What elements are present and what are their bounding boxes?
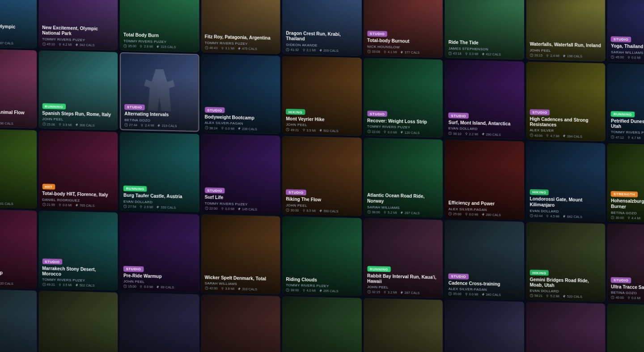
- svg-point-53: [59, 123, 60, 125]
- workout-card[interactable]: STUDIO Recover: Weight Loss Strip TOMMY …: [364, 58, 443, 138]
- workout-card[interactable]: STUDIO Ultra Tracce Salto BETINA GOZO 40…: [607, 224, 644, 304]
- workout-card[interactable]: RUNNING Burg Taufer Castle, Austria EVAN…: [120, 132, 199, 212]
- svg-point-113: [303, 209, 304, 211]
- svg-point-108: [222, 208, 223, 209]
- fire-icon: [563, 134, 566, 138]
- workout-card[interactable]: Workout 44 INSTRUCTOR 30:00 2.0 MI 250 C…: [526, 302, 606, 352]
- workout-instructor: JOHN PEEL: [286, 123, 358, 128]
- workout-card[interactable]: STUDIO Marrakech Stony Desert, Morocco T…: [38, 211, 118, 291]
- clock-icon: [123, 204, 127, 208]
- distance-icon: [302, 48, 305, 51]
- card-content: STUDIO Full-body Drop DANIEL RODRIGUEZ 4…: [0, 176, 37, 209]
- fire-icon: [75, 284, 79, 287]
- svg-line-42: [613, 57, 613, 57]
- distance-icon: [627, 55, 631, 59]
- workout-card[interactable]: STUDIO Alternating Intervals BETINA GOZO…: [120, 52, 199, 132]
- card-overlay: [120, 293, 199, 352]
- workout-card[interactable]: STRENGTH Hohensalzburg Fortress Leg Burn…: [607, 144, 644, 224]
- workout-card[interactable]: RUNNING Spanish Steps Run, Rome, Italy J…: [38, 50, 118, 130]
- workout-stats: 49:21 3.9 MI 502 CALS: [286, 128, 358, 133]
- workout-card[interactable]: HIIT Ultimate Bootcamp WHIT FULLER KING …: [0, 209, 37, 289]
- workout-time: 41:32: [286, 48, 299, 52]
- workout-card[interactable]: RUNNING Rabbit Bay Interval Run, Kaua'i,…: [364, 218, 443, 298]
- workout-badge: HIIT: [42, 184, 55, 190]
- workout-card[interactable]: Waterfalls, Waterfall Run, Ireland JOHN …: [526, 0, 606, 61]
- workout-title: Wicker Spelt Denmark, Total: [205, 275, 277, 282]
- workout-card[interactable]: Workout 42 INSTRUCTOR 30:00 2.0 MI 250 C…: [364, 298, 443, 352]
- workout-card[interactable]: Workout 43 INSTRUCTOR 30:00 2.0 MI 250 C…: [445, 300, 524, 352]
- workout-card[interactable]: Workout 41 INSTRUCTOR 30:00 2.0 MI 250 C…: [282, 297, 361, 352]
- workout-card[interactable]: Wicker Spelt Denmark, Total SARAH WILLIA…: [201, 214, 280, 294]
- workout-card[interactable]: STUDIO Yoga, Thailand SARAH WILLIAMS 45:…: [607, 0, 644, 63]
- card-content: Wicker Spelt Denmark, Total SARAH WILLIA…: [201, 271, 280, 294]
- workout-card[interactable]: Workout 39 INSTRUCTOR 30:00 2.0 MI 250 C…: [120, 293, 199, 352]
- workout-instructor: TOMMY RIVERS PUZEY: [205, 201, 277, 207]
- svg-point-8: [59, 43, 60, 45]
- workout-card[interactable]: Fitz Roy, Patagonia, Argentina TOMMY RIV…: [201, 0, 280, 54]
- workout-instructor: SARAH WILLIAMS: [205, 281, 277, 287]
- workout-distance: 2.1 MI: [302, 48, 316, 52]
- workout-card[interactable]: Riding Clouds TOMMY RIVERS PUZEY 38:00 4…: [282, 216, 361, 296]
- workout-card[interactable]: HIKING Gemini Bridges Road Ride, Moab, U…: [526, 222, 606, 302]
- workout-card[interactable]: HIIT Total-body HIIT, Florence, Italy DA…: [38, 131, 118, 211]
- workout-card[interactable]: STUDIO Total-body Burnout NICK HOUNSLOW …: [364, 0, 443, 57]
- workout-card[interactable]: Atlantic Ocean Road Ride, Norway SARAH W…: [364, 138, 443, 218]
- workout-grid: Blue Rainforest, Olympic National Park A…: [0, 0, 644, 352]
- svg-point-38: [547, 55, 548, 56]
- workout-card[interactable]: RUNNING Petrified Dunes, Dameron Valley,…: [607, 63, 644, 143]
- svg-point-43: [628, 56, 629, 58]
- workout-stats: 58:21 5.2 MI 520 CALS: [530, 294, 602, 299]
- workout-instructor: EVAN DOLLARD: [530, 289, 602, 294]
- workout-cals: 765 CALS: [75, 204, 95, 208]
- workout-stats: 49:21 3.5 MI 502 CALS: [42, 283, 114, 288]
- workout-title: Dragon Crest Run, Krabi, Thailand: [286, 30, 358, 43]
- workout-card[interactable]: Workout 38 INSTRUCTOR 30:00 2.0 MI 250 C…: [38, 291, 118, 352]
- svg-point-143: [59, 284, 60, 285]
- workout-card[interactable]: Efficiency and Power ALEX SILVER-FAGAN 2…: [445, 140, 524, 220]
- workout-stats: 25:06 3.9 MI 306 CALS: [42, 122, 114, 127]
- workout-card[interactable]: STUDIO Surf, Mont Island, Antarctica EVA…: [445, 59, 524, 140]
- clock-icon: [611, 296, 614, 299]
- workout-stats: 38:00 4.0 MI 295 CALS: [286, 288, 358, 294]
- workout-card[interactable]: New Excitement, Olympic National Park TO…: [38, 0, 118, 50]
- card-content: Atlantic Ocean Road Ride, Norway SARAH W…: [364, 190, 443, 218]
- workout-card[interactable]: Ride The Tide JAMES STEPHENSON 43:18 3.3…: [445, 0, 524, 59]
- card-content: STUDIO Marrakech Stony Desert, Morocco T…: [38, 252, 118, 291]
- workout-stats: 38:00 5.2 MI 287 CALS: [367, 210, 439, 215]
- workout-card[interactable]: STUDIO Cadence Cross-training ALEX SILVE…: [445, 220, 524, 300]
- distance-icon: [546, 214, 549, 218]
- workout-card[interactable]: HIIT Strokkar Geyser Animal Flow SHANNON…: [0, 48, 37, 128]
- workout-badge: STUDIO: [530, 109, 550, 115]
- svg-line-17: [207, 47, 207, 48]
- svg-line-117: [369, 212, 369, 212]
- workout-card[interactable]: STUDIO Pre-Ride Warmup JOHN PEEL 15:00 0…: [120, 212, 199, 293]
- clock-icon: [530, 133, 533, 137]
- workout-time: 49:21: [286, 128, 299, 132]
- workout-stats: 38:10 2.2 MI 290 CALS: [449, 131, 521, 137]
- workout-card[interactable]: Workout 40 INSTRUCTOR 30:00 2.0 MI 250 C…: [201, 295, 280, 352]
- workout-card[interactable]: HIKING Londorossi Gate, Mount Kilimanjar…: [526, 142, 606, 222]
- workout-card[interactable]: Workout 45 INSTRUCTOR 30:00 2.0 MI 250 C…: [607, 304, 644, 352]
- workout-card[interactable]: HIKING Mont Veyrier Hike JOHN PEEL 49:21…: [282, 56, 361, 136]
- workout-card[interactable]: Total Body Burn TOMMY RIVERS PUZEY 35:00…: [120, 0, 199, 52]
- workout-instructor: JOHN PEEL: [42, 117, 114, 123]
- workout-distance: 3.1 MI: [220, 46, 234, 50]
- workout-card[interactable]: STUDIO Biking The Flow JOHN PEEL 30:00 8…: [282, 136, 361, 216]
- svg-line-12: [125, 46, 126, 46]
- workout-card[interactable]: Blue Rainforest, Olympic National Park A…: [0, 0, 37, 48]
- clock-icon: [205, 46, 208, 49]
- workout-badge: STRENGTH: [611, 191, 638, 197]
- workout-card[interactable]: STUDIO Surf Life TOMMY RIVERS PUZEY 22:0…: [201, 134, 280, 214]
- card-overlay: [526, 302, 606, 352]
- workout-distance: 4.0 MI: [302, 289, 316, 293]
- workout-card[interactable]: STUDIO High Cadences and Strong Resistan…: [526, 61, 606, 141]
- workout-card[interactable]: Dragon Crest Run, Krabi, Thailand GIDEON…: [282, 0, 361, 55]
- workout-title: Petrified Dunes, Dameron Valley, Utah: [611, 118, 644, 131]
- workout-card[interactable]: STUDIO Full-body Drop DANIEL RODRIGUEZ 4…: [0, 128, 37, 208]
- distance-icon: [302, 128, 305, 132]
- workout-cals: 306 CALS: [75, 123, 95, 127]
- card-content: Riding Clouds TOMMY RIVERS PUZEY 38:00 4…: [282, 274, 361, 297]
- workout-card[interactable]: Workout 37 INSTRUCTOR 30:00 2.0 MI 250 C…: [0, 289, 37, 352]
- workout-card[interactable]: STUDIO Bodyweight Bootcamp ALEX SILVER-F…: [201, 54, 280, 134]
- distance-icon: [58, 42, 62, 46]
